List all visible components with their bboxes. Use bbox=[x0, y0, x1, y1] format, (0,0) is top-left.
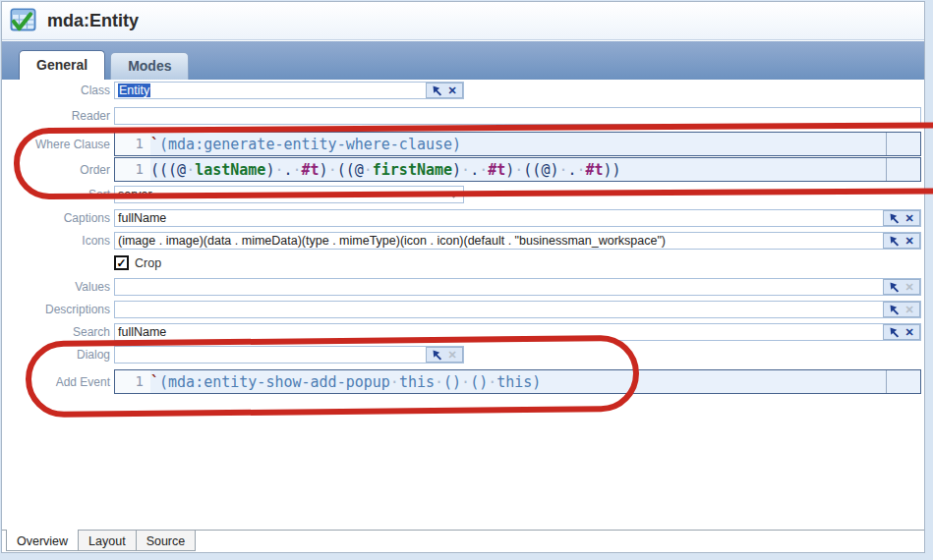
order-code: (((@·lastName)·.·#t)·((@·firstName)·.·#t… bbox=[150, 161, 621, 179]
values-label: Values bbox=[2, 280, 114, 294]
dialog-label: Dialog bbox=[2, 348, 114, 362]
top-tab-bar: General Modes bbox=[2, 41, 924, 80]
reader-input[interactable] bbox=[114, 107, 921, 125]
order-editor[interactable]: 1 (((@·lastName)·.·#t)·((@·firstName)·.·… bbox=[114, 157, 921, 182]
icons-input[interactable]: (image . image)(data . mimeData)(type . … bbox=[114, 232, 921, 250]
pick-cursor-icon[interactable] bbox=[889, 281, 901, 293]
tab-layout[interactable]: Layout bbox=[79, 531, 137, 551]
add-event-editor[interactable]: 1 `(mda:entity-show-add-popup·this·()·()… bbox=[114, 369, 921, 394]
reader-label: Reader bbox=[2, 109, 114, 123]
pick-cursor-icon[interactable] bbox=[432, 84, 443, 96]
search-value: fullName bbox=[118, 325, 166, 339]
descriptions-buttons: ✕ bbox=[883, 302, 920, 317]
dialog-buttons: ✕ bbox=[426, 347, 463, 363]
order-row: Order 1 (((@·lastName)·.·#t)·((@·firstNa… bbox=[2, 157, 921, 182]
where-clause-editor[interactable]: 1 `(mda:generate-entity-where-clause) bbox=[114, 132, 921, 156]
page-title: mda:Entity bbox=[47, 11, 139, 31]
captions-value: fullName bbox=[118, 211, 166, 225]
icons-row: Icons (image . image)(data . mimeData)(t… bbox=[2, 232, 921, 250]
title-bar: mda:Entity bbox=[2, 2, 924, 40]
crop-checkbox[interactable]: ✓ bbox=[114, 255, 129, 270]
class-value-selected: Entity bbox=[118, 84, 150, 97]
captions-row: Captions fullName ✕ bbox=[2, 209, 921, 227]
sort-label: Sort bbox=[2, 188, 114, 201]
where-clause-row: Where Clause 1 `(mda:generate-entity-whe… bbox=[2, 132, 921, 156]
line-number: 1 bbox=[115, 133, 150, 155]
values-buttons: ✕ bbox=[883, 279, 920, 295]
clear-icon[interactable]: ✕ bbox=[447, 85, 456, 96]
screenshot-root: { "window": { "title": "mda:Entity" }, "… bbox=[0, 0, 933, 560]
values-input[interactable]: ✕ bbox=[114, 278, 921, 296]
icons-value: (image . image)(data . mimeData)(type . … bbox=[118, 234, 666, 248]
entity-table-icon bbox=[10, 8, 38, 34]
tab-source[interactable]: Source bbox=[137, 531, 197, 551]
line-number: 1 bbox=[115, 158, 150, 181]
clear-icon[interactable]: ✕ bbox=[447, 350, 456, 361]
where-clause-label: Where Clause bbox=[2, 138, 114, 151]
chevron-down-icon[interactable] bbox=[448, 192, 459, 198]
crop-row: ✓ Crop bbox=[2, 255, 161, 270]
pick-cursor-icon[interactable] bbox=[889, 235, 901, 247]
values-row: Values ✕ bbox=[2, 278, 921, 296]
captions-input[interactable]: fullName ✕ bbox=[114, 209, 921, 227]
descriptions-row: Descriptions ✕ bbox=[2, 301, 921, 318]
editor-right-gutter bbox=[886, 370, 920, 393]
class-input[interactable]: Entity ✕ bbox=[114, 82, 464, 99]
add-event-row: Add Event 1 `(mda:entity-show-add-popup·… bbox=[2, 369, 921, 394]
class-label: Class bbox=[2, 84, 114, 97]
search-input[interactable]: fullName ✕ bbox=[114, 323, 921, 341]
order-label: Order bbox=[2, 163, 114, 177]
reader-row: Reader bbox=[2, 107, 921, 125]
add-event-label: Add Event bbox=[2, 375, 114, 389]
editor-right-gutter bbox=[886, 158, 920, 181]
editor-right-gutter bbox=[886, 133, 920, 155]
sort-row: Sort server bbox=[2, 186, 464, 203]
sort-dropdown[interactable]: server bbox=[114, 186, 464, 203]
line-number: 1 bbox=[115, 370, 150, 393]
search-row: Search fullName ✕ bbox=[2, 323, 921, 341]
bottom-tab-bar: Overview Layout Source bbox=[2, 530, 924, 552]
pick-cursor-icon[interactable] bbox=[889, 212, 901, 224]
clear-icon[interactable]: ✕ bbox=[904, 327, 913, 338]
class-row: Class Entity ✕ bbox=[2, 82, 464, 99]
search-buttons: ✕ bbox=[883, 324, 920, 340]
search-label: Search bbox=[2, 325, 114, 339]
descriptions-label: Descriptions bbox=[2, 303, 114, 316]
class-buttons: ✕ bbox=[426, 83, 463, 98]
pick-cursor-icon[interactable] bbox=[889, 326, 901, 338]
sort-value: server bbox=[118, 188, 152, 201]
tab-modes[interactable]: Modes bbox=[110, 52, 189, 80]
tab-general[interactable]: General bbox=[19, 50, 105, 80]
where-clause-code: `(mda:generate-entity-where-clause) bbox=[150, 136, 461, 153]
dialog-row: Dialog ✕ bbox=[2, 346, 464, 364]
crop-label: Crop bbox=[135, 256, 161, 270]
icons-buttons: ✕ bbox=[883, 233, 920, 249]
descriptions-input[interactable]: ✕ bbox=[114, 301, 921, 318]
captions-label: Captions bbox=[2, 211, 114, 225]
clear-icon[interactable]: ✕ bbox=[904, 213, 913, 224]
add-event-code: `(mda:entity-show-add-popup·this·()·()·t… bbox=[150, 373, 541, 391]
pick-cursor-icon[interactable] bbox=[432, 349, 443, 361]
entity-editor-window: mda:Entity General Modes Class Entity ✕ … bbox=[1, 1, 925, 553]
captions-buttons: ✕ bbox=[883, 210, 920, 226]
clear-icon[interactable]: ✕ bbox=[904, 282, 913, 293]
icons-label: Icons bbox=[2, 234, 114, 248]
tab-overview[interactable]: Overview bbox=[6, 530, 79, 551]
pick-cursor-icon[interactable] bbox=[889, 304, 901, 315]
dialog-input[interactable]: ✕ bbox=[114, 346, 464, 364]
clear-icon[interactable]: ✕ bbox=[904, 236, 913, 247]
clear-icon[interactable]: ✕ bbox=[904, 305, 913, 315]
